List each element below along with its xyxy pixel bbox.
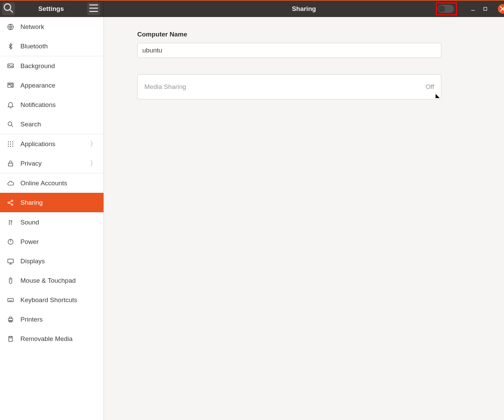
sidebar-item-printers[interactable]: Printers [0,310,104,329]
svg-line-15 [12,125,13,127]
maximize-button[interactable] [482,6,488,12]
sidebar-item-label: Sound [20,219,97,226]
sidebar-item-sharing[interactable]: Sharing [0,193,104,212]
chevron-right-icon: 〉 [90,139,97,149]
svg-line-30 [9,203,11,204]
sidebar-item-keyboard[interactable]: Keyboard Shortcuts [0,290,104,310]
sidebar-item-appearance[interactable]: Appearance [0,76,104,95]
sharing-toggle-highlight [436,2,457,15]
bluetooth-icon [7,43,14,50]
svg-point-23 [10,145,11,146]
page-title: Sharing [292,5,316,13]
svg-rect-25 [9,163,13,166]
lock-icon [7,160,14,167]
svg-rect-13 [11,84,13,86]
computer-name-label: Computer Name [137,31,477,38]
search-icon [7,121,14,128]
sidebar-item-power[interactable]: Power [0,232,104,251]
row-status: Off [426,83,434,91]
sidebar-item-label: Removable Media [20,335,97,343]
sidebar-item-notifications[interactable]: Notifications [0,95,104,114]
svg-rect-33 [8,259,14,263]
sidebar-item-displays[interactable]: Displays [0,251,104,271]
svg-point-0 [4,4,11,10]
svg-point-20 [10,143,11,144]
sidebar-item-label: Bluetooth [20,43,97,50]
main-content: Computer Name Media Sharing Off ◣ [104,17,504,420]
bell-icon [7,101,14,109]
sidebar-item-online-accounts[interactable]: Online Accounts [0,173,104,193]
menu-button[interactable] [87,2,100,15]
sidebar-item-mouse[interactable]: Mouse & Touchpad [0,271,104,290]
media-sharing-row[interactable]: Media Sharing Off [138,75,441,99]
close-button[interactable] [498,4,504,14]
sidebar-item-sound[interactable]: Sound [0,213,104,232]
globe-icon [7,23,14,31]
sidebar-item-applications[interactable]: Applications 〉 [0,134,104,154]
svg-point-16 [8,141,9,142]
svg-rect-38 [8,298,14,301]
row-label: Media Sharing [144,83,186,91]
svg-point-14 [8,122,12,125]
sidebar-item-privacy[interactable]: Privacy 〉 [0,154,104,173]
sidebar-item-label: Notifications [20,101,97,109]
svg-point-24 [12,145,13,146]
mouse-icon [7,277,14,284]
svg-line-29 [9,201,11,202]
sidebar-item-label: Background [20,62,97,70]
sidebar: Network Bluetooth Background Appearance … [0,17,104,420]
sidebar-item-label: Online Accounts [20,180,97,187]
svg-rect-46 [9,317,12,318]
sound-icon [7,219,14,226]
background-icon [7,62,14,70]
toggle-knob [438,5,445,12]
computer-name-input[interactable] [137,43,441,58]
svg-rect-6 [484,7,487,11]
svg-point-17 [10,141,11,142]
sidebar-item-background[interactable]: Background [0,56,104,76]
hamburger-icon [87,2,100,16]
search-icon [2,2,15,16]
sidebar-item-label: Search [20,121,97,128]
minimize-button[interactable] [470,6,476,12]
power-icon [7,238,14,246]
sharing-services-list: Media Sharing Off [137,74,441,99]
sidebar-item-label: Appearance [20,82,97,89]
share-icon [7,199,14,206]
sidebar-item-label: Mouse & Touchpad [20,277,97,284]
sidebar-item-label: Printers [20,316,97,323]
sidebar-item-removable-media[interactable]: Removable Media [0,329,104,348]
sidebar-item-label: Sharing [20,199,97,206]
chevron-right-icon: 〉 [90,159,97,168]
sidebar-item-bluetooth[interactable]: Bluetooth [0,36,104,56]
printer-icon [7,316,14,323]
titlebar-left: Settings [0,1,104,17]
sidebar-item-label: Keyboard Shortcuts [20,296,97,304]
svg-line-1 [10,10,13,13]
svg-rect-49 [10,336,12,338]
cloud-icon [7,180,14,187]
sharing-master-toggle[interactable] [438,5,454,13]
titlebar: Settings Sharing [0,0,504,17]
svg-rect-48 [9,336,13,341]
sidebar-item-label: Displays [20,258,97,265]
titlebar-right: Sharing [104,1,504,17]
sidebar-item-label: Applications [20,140,90,148]
apps-icon [7,140,14,148]
search-button[interactable] [2,2,15,15]
sidebar-item-label: Network [20,23,97,31]
display-icon [7,258,14,265]
appearance-icon [7,82,14,89]
svg-point-22 [8,145,9,146]
svg-point-19 [8,143,9,144]
sidebar-item-label: Privacy [20,160,90,167]
svg-point-21 [12,143,13,144]
sidebar-item-network[interactable]: Network [0,17,104,36]
svg-point-18 [12,141,13,142]
media-icon [7,335,14,343]
sidebar-item-label: Power [20,238,97,246]
keyboard-icon [7,296,14,304]
sidebar-item-search[interactable]: Search [0,114,104,134]
svg-rect-12 [9,84,10,85]
window-controls [436,2,504,15]
